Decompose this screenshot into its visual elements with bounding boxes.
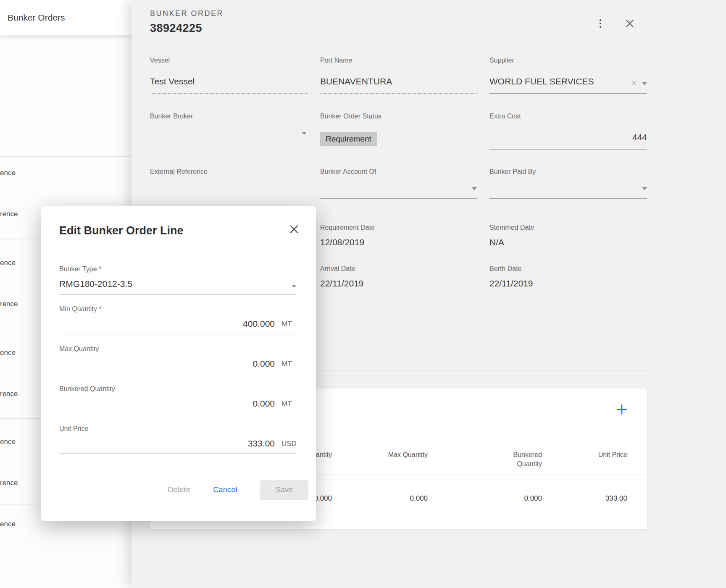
bunker-type-select[interactable]: RMG180-2012-3.5 xyxy=(59,278,297,294)
field-requirement-date: Requirement Date 12/08/2019 xyxy=(320,224,477,247)
unit-price-input[interactable]: 333.00 USD xyxy=(59,438,297,454)
list-text-fragment: ence xyxy=(0,259,16,267)
field-bunker-order-status: Bunker Order Status Requirement xyxy=(320,113,477,146)
field-label: Min Quantity * xyxy=(59,305,297,313)
field-bunker-type: Bunker Type * RMG180-2012-3.5 xyxy=(59,265,297,294)
vessel-input[interactable]: Test Vessel xyxy=(150,76,307,94)
field-external-reference: External Reference xyxy=(150,168,307,198)
field-arrival-date: Arrival Date 22/11/2019 xyxy=(320,265,477,289)
save-button[interactable]: Save xyxy=(260,480,308,500)
bunker-account-of-select[interactable] xyxy=(320,187,477,199)
field-value: 444 xyxy=(489,132,647,143)
field-label: Port Name xyxy=(320,57,477,64)
more-menu-button[interactable] xyxy=(595,18,606,29)
list-text-fragment: rence xyxy=(0,390,18,398)
field-bunker-account-of: Bunker Account Of xyxy=(320,168,477,199)
column-header-max-quantity: Max Quantity xyxy=(373,450,428,459)
bunker-type-caret-icon[interactable] xyxy=(292,285,297,288)
field-supplier: Supplier WORLD FUEL SERVICES xyxy=(489,57,647,94)
bunker-broker-caret-icon[interactable] xyxy=(302,132,307,135)
modal-title: Edit Bunker Order Line xyxy=(59,224,184,237)
unit-label: MT xyxy=(281,319,297,329)
list-text-fragment: ence xyxy=(0,169,16,177)
field-label: Requirement Date xyxy=(320,224,477,231)
field-value: 0.000 xyxy=(59,398,275,409)
field-port-name: Port Name BUENAVENTURA xyxy=(320,57,477,94)
unit-label: MT xyxy=(281,399,297,409)
supplier-caret-icon[interactable] xyxy=(642,82,647,85)
field-max-quantity: Max Quantity 0.000 MT xyxy=(59,345,297,374)
column-header-unit-price: Unit Price xyxy=(573,450,627,459)
field-bunker-broker: Bunker Broker xyxy=(150,113,307,143)
cancel-button[interactable]: Cancel xyxy=(213,486,237,494)
order-id: 38924225 xyxy=(150,22,202,35)
field-value: BUENAVENTURA xyxy=(320,76,477,87)
cell-bunkered-quantity: 0.000 xyxy=(487,494,542,503)
field-label: Bunker Broker xyxy=(150,113,307,120)
unit-label: USD xyxy=(281,439,297,449)
field-min-quantity: Min Quantity * 400.000 MT xyxy=(59,305,297,334)
panel-title: BUNKER ORDER xyxy=(150,9,224,18)
field-value: 12/08/2019 xyxy=(320,237,477,247)
field-bunkered-quantity: Bunkered Quantity 0.000 MT xyxy=(59,385,297,414)
field-extra-cost: Extra Cost 444 xyxy=(489,113,647,150)
add-line-button[interactable] xyxy=(615,403,629,417)
bunker-broker-select[interactable] xyxy=(150,132,307,143)
cell-unit-price: 333.00 xyxy=(573,494,627,503)
field-label: Unit Price xyxy=(59,425,297,433)
field-unit-price: Unit Price 333.00 USD xyxy=(59,425,297,454)
unit-label: MT xyxy=(281,359,297,369)
cell-max-quantity: 0.000 xyxy=(373,494,428,503)
bunkered-quantity-input[interactable]: 0.000 MT xyxy=(59,398,297,414)
field-label: Bunker Type * xyxy=(59,265,297,273)
max-quantity-input[interactable]: 0.000 MT xyxy=(59,358,297,374)
list-text-fragment: ence xyxy=(0,349,16,357)
background-page-header: Bunker Orders xyxy=(0,0,151,35)
list-text-fragment: ence xyxy=(0,520,16,528)
field-label: Extra Cost xyxy=(489,113,647,120)
field-value: RMG180-2012-3.5 xyxy=(59,278,287,289)
list-text-fragment: rence xyxy=(0,210,18,218)
field-value: Test Vessel xyxy=(150,76,307,87)
close-icon xyxy=(624,18,635,29)
field-label: Stemmed Date xyxy=(489,224,647,231)
field-label: Vessel xyxy=(150,57,307,64)
modal-close-button[interactable] xyxy=(287,222,302,237)
bunker-paid-by-select[interactable] xyxy=(489,187,647,199)
field-label: Bunker Paid By xyxy=(489,168,647,176)
extra-cost-input[interactable]: 444 xyxy=(489,132,647,150)
field-label: Bunker Order Status xyxy=(320,113,477,120)
panel-close-button[interactable] xyxy=(622,16,637,31)
field-value: 22/11/2019 xyxy=(320,278,477,289)
column-header-bunkered-quantity: Bunkered Quantity xyxy=(487,450,542,469)
supplier-clear-icon[interactable] xyxy=(631,79,638,87)
bunker-paid-by-caret-icon[interactable] xyxy=(642,187,647,190)
field-bunker-paid-by: Bunker Paid By xyxy=(489,168,647,199)
field-label: Arrival Date xyxy=(320,265,477,273)
field-label: External Reference xyxy=(150,168,307,176)
supplier-select[interactable]: WORLD FUEL SERVICES xyxy=(489,76,647,94)
field-label: Supplier xyxy=(489,57,647,64)
min-quantity-input[interactable]: 400.000 MT xyxy=(59,318,297,334)
list-text-fragment: ence xyxy=(0,438,16,446)
field-value: 333.00 xyxy=(59,438,275,449)
field-label: Bunkered Quantity xyxy=(59,385,297,393)
field-value: WORLD FUEL SERVICES xyxy=(489,76,627,87)
field-label: Max Quantity xyxy=(59,345,297,353)
field-value: 0.000 xyxy=(59,358,275,369)
plus-icon xyxy=(615,403,629,416)
port-name-input[interactable]: BUENAVENTURA xyxy=(320,76,477,94)
modal-button-row: Delete Cancel Save xyxy=(168,480,308,500)
status-badge: Requirement xyxy=(320,132,377,146)
external-reference-input[interactable] xyxy=(150,187,307,198)
bunker-account-of-caret-icon[interactable] xyxy=(472,187,477,190)
delete-button[interactable]: Delete xyxy=(168,486,190,494)
field-value: 400.000 xyxy=(59,318,275,329)
list-text-fragment: rence xyxy=(0,479,18,487)
list-text-fragment: rence xyxy=(0,300,18,308)
field-value: N/A xyxy=(489,237,647,247)
field-stemmed-date: Stemmed Date N/A xyxy=(489,224,647,247)
divider xyxy=(0,156,132,157)
edit-bunker-order-line-modal: Edit Bunker Order Line Bunker Type * RMG… xyxy=(41,206,316,521)
field-label: Berth Date xyxy=(489,265,647,273)
